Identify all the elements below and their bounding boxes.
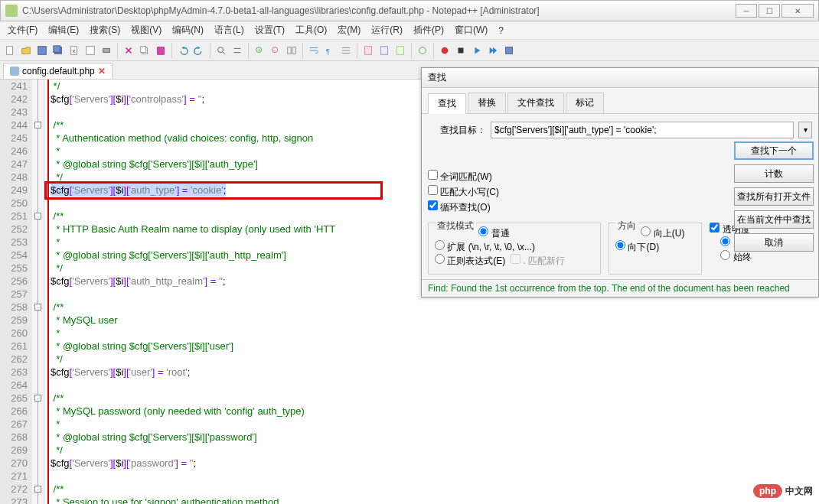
dir-down-radio[interactable]: 向下(D) xyxy=(615,242,659,252)
svg-rect-10 xyxy=(158,47,165,54)
mode-regex-radio[interactable]: 正则表达式(E) xyxy=(435,255,505,266)
copy-icon[interactable] xyxy=(138,44,152,57)
doc-map-icon[interactable] xyxy=(361,44,375,57)
record-macro-icon[interactable] xyxy=(438,44,452,57)
menu-view[interactable]: 视图(V) xyxy=(126,22,166,38)
watermark-badge: php xyxy=(753,484,782,498)
svg-text:¶: ¶ xyxy=(326,47,330,54)
find-target-label: 查找目标： xyxy=(428,124,486,137)
show-all-icon[interactable]: ¶ xyxy=(323,44,337,57)
line-number-gutter: 2412422432442452462472482492502512522532… xyxy=(0,80,32,504)
file-icon xyxy=(10,67,19,76)
play-macro-icon[interactable] xyxy=(470,44,484,57)
menu-plugins[interactable]: 插件(P) xyxy=(409,22,449,38)
svg-rect-0 xyxy=(7,46,13,54)
svg-rect-26 xyxy=(506,47,513,54)
svg-rect-18 xyxy=(292,47,295,54)
file-tab[interactable]: config.default.php ✕ xyxy=(3,63,113,79)
undo-icon[interactable] xyxy=(176,44,190,57)
stop-macro-icon[interactable] xyxy=(454,44,468,57)
find-history-dropdown[interactable]: ▾ xyxy=(798,122,812,138)
find-target-input[interactable] xyxy=(491,122,794,138)
watermark-text: 中文网 xyxy=(785,485,813,498)
find-dialog-title: 查找 xyxy=(422,68,818,88)
file-tab-close-icon[interactable]: ✕ xyxy=(98,66,106,76)
menu-tools[interactable]: 工具(O) xyxy=(291,22,331,38)
menu-edit[interactable]: 编辑(E) xyxy=(44,22,83,38)
menu-help[interactable]: ? xyxy=(494,24,508,37)
fold-column[interactable]: ----- xyxy=(32,80,44,504)
menu-search[interactable]: 搜索(S) xyxy=(85,22,125,38)
menu-bar: 文件(F) 编辑(E) 搜索(S) 视图(V) 编码(N) 语言(L) 设置(T… xyxy=(0,21,819,40)
menu-language[interactable]: 语言(L) xyxy=(210,22,249,38)
svg-line-12 xyxy=(223,51,226,54)
svg-text:-: - xyxy=(273,47,276,52)
fold-toggle[interactable]: - xyxy=(34,122,41,128)
zoom-in-icon[interactable]: + xyxy=(253,44,266,57)
svg-rect-1 xyxy=(38,46,47,54)
menu-run[interactable]: 运行(R) xyxy=(367,22,407,38)
direction-legend: 方向 xyxy=(615,219,638,232)
func-list-icon[interactable] xyxy=(377,44,391,57)
tab-find[interactable]: 查找 xyxy=(428,93,466,114)
paste-icon[interactable] xyxy=(154,44,168,57)
menu-encoding[interactable]: 编码(N) xyxy=(168,22,208,38)
dir-up-radio[interactable]: 向上(U) xyxy=(641,228,684,239)
indent-guide-icon[interactable] xyxy=(339,44,353,57)
trans-always-radio[interactable]: 始终 xyxy=(720,252,751,262)
menu-settings[interactable]: 设置(T) xyxy=(250,22,289,38)
find-all-open-button[interactable]: 查找所有打开文件 xyxy=(734,187,814,206)
zoom-out-icon[interactable]: - xyxy=(269,44,282,57)
redo-icon[interactable] xyxy=(192,44,206,57)
fold-toggle[interactable]: - xyxy=(34,213,41,219)
svg-rect-22 xyxy=(397,46,404,54)
play-multi-icon[interactable] xyxy=(486,44,500,57)
svg-rect-7 xyxy=(103,48,110,52)
find-dialog: 查找 查找 替换 文件查找 标记 查找目标： ▾ 查找下一个 计数 查找所有打开… xyxy=(421,67,819,298)
find-icon[interactable] xyxy=(214,44,228,57)
svg-rect-6 xyxy=(86,46,95,54)
monitor-icon[interactable] xyxy=(416,44,429,57)
svg-point-11 xyxy=(218,47,224,52)
save-all-icon[interactable] xyxy=(51,44,65,57)
file-tab-name: config.default.php xyxy=(22,66,95,76)
minimize-button[interactable]: ─ xyxy=(736,4,757,18)
save-icon[interactable] xyxy=(35,44,49,57)
menu-file[interactable]: 文件(F) xyxy=(3,22,42,38)
maximize-button[interactable]: ☐ xyxy=(759,4,780,18)
app-icon xyxy=(5,5,18,17)
open-file-icon[interactable] xyxy=(19,44,33,57)
close-all-icon[interactable] xyxy=(83,44,97,57)
new-file-icon[interactable] xyxy=(3,44,17,57)
search-mode-legend: 查找模式 xyxy=(435,219,476,232)
fold-toggle[interactable]: - xyxy=(34,486,41,493)
menu-macro[interactable]: 宏(M) xyxy=(333,22,365,38)
toolbar: x + - ¶ xyxy=(0,40,819,61)
folder-tree-icon[interactable] xyxy=(393,44,407,57)
find-next-button[interactable]: 查找下一个 xyxy=(734,141,814,160)
svg-text:x: x xyxy=(72,47,75,54)
replace-icon[interactable] xyxy=(230,44,244,57)
tab-mark[interactable]: 标记 xyxy=(566,93,604,113)
save-macro-icon[interactable] xyxy=(502,44,516,57)
print-icon[interactable] xyxy=(100,44,113,57)
fold-toggle[interactable]: - xyxy=(34,395,41,402)
cancel-button[interactable]: 取消 xyxy=(734,233,814,252)
regex-newline-checkbox[interactable]: . 匹配新行 xyxy=(511,255,565,266)
sync-scroll-icon[interactable] xyxy=(285,44,299,57)
close-button[interactable]: ✕ xyxy=(781,4,814,18)
fold-toggle[interactable]: - xyxy=(34,304,41,311)
tab-find-in-files[interactable]: 文件查找 xyxy=(507,93,564,113)
svg-rect-25 xyxy=(458,47,464,53)
svg-rect-17 xyxy=(288,47,291,54)
cut-icon[interactable] xyxy=(122,44,135,57)
mode-extended-radio[interactable]: 扩展 (\n, \r, \t, \0, \x...) xyxy=(435,242,535,252)
count-button[interactable]: 计数 xyxy=(734,164,814,183)
tab-replace[interactable]: 替换 xyxy=(468,93,506,113)
close-file-icon[interactable]: x xyxy=(67,44,81,57)
find-status-bar: Find: Found the 1st occurrence from the … xyxy=(422,279,818,297)
mode-normal-radio[interactable]: 普通 xyxy=(478,228,509,239)
menu-window[interactable]: 窗口(W) xyxy=(450,22,492,38)
find-in-current-button[interactable]: 在当前文件中查找 xyxy=(734,210,814,229)
wordwrap-icon[interactable] xyxy=(307,44,321,57)
